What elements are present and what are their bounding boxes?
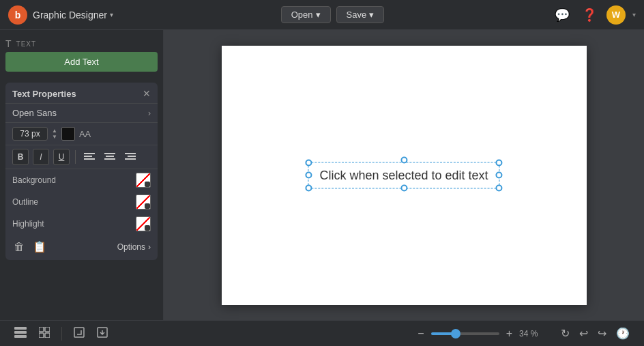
background-label: Background [12,175,56,185]
aa-icon[interactable]: AA [79,129,91,139]
background-swatch[interactable] [136,173,151,188]
outline-label: Outline [12,197,38,207]
handle-bot-center[interactable] [400,184,407,191]
avatar-chevron[interactable]: ▾ [632,11,636,18]
handle-top-center[interactable] [400,156,407,163]
bb-right-icons: ↻ ↩ ↪ 🕐 [557,325,633,342]
topbar-right: 💬 ❓ W ▾ [552,5,636,25]
svg-rect-10 [14,331,27,334]
svg-rect-13 [45,327,50,332]
outline-swatch[interactable] [136,194,151,210]
align-left-button[interactable] [81,149,98,165]
main-content: T TEXT Add Text Text Properties ✕ Open S… [0,30,644,320]
layers-icon-button[interactable] [11,325,30,343]
format-separator [75,150,76,164]
resize-icon-button[interactable] [70,325,88,343]
tp-title: Text Properties [12,89,76,99]
chat-icon-button[interactable]: 💬 [552,5,572,25]
zoom-out-button[interactable]: − [415,326,426,341]
redo-icon-button[interactable]: ↪ [594,325,610,342]
bb-separator-1 [61,327,62,341]
bottombar: − + 34 % ↻ ↩ ↪ 🕐 [0,320,644,346]
tp-format-row: B I U [5,145,158,169]
canvas-page: Click when selected to edit text [222,46,587,305]
grid-icon-button[interactable] [35,325,53,343]
handle-bot-right[interactable] [496,184,503,191]
open-chevron: ▾ [316,10,321,20]
tp-background-row: Background [5,169,158,191]
handle-mid-left[interactable] [305,172,312,179]
options-arrow: › [148,242,151,252]
highlight-swatch[interactable] [136,216,151,231]
topbar-center: Open ▾ Save ▾ [113,6,552,23]
zoom-label: 34 % [519,329,544,338]
app-title[interactable]: Graphic Designer ▾ [33,10,113,20]
options-button[interactable]: Options › [117,242,151,252]
font-size-up[interactable]: ▲ [52,128,57,134]
handle-mid-right[interactable] [496,172,503,179]
duplicate-icon-button[interactable]: 📋 [31,239,48,255]
avatar[interactable]: W [606,5,626,25]
delete-icon-button[interactable]: 🗑 [12,240,26,255]
font-size-spinners: ▲ ▼ [52,128,57,140]
handle-top-left[interactable] [305,159,312,166]
save-chevron: ▾ [369,10,374,20]
tp-outline-row: Outline [5,191,158,213]
svg-rect-16 [74,328,84,337]
font-size-input[interactable] [12,127,48,141]
handle-bot-left[interactable] [305,184,312,191]
tp-close-button[interactable]: ✕ [143,88,151,99]
save-button[interactable]: Save ▾ [336,6,385,23]
add-text-button[interactable]: Add Text [5,52,158,72]
tp-bottom-row: 🗑 📋 Options › [5,235,158,255]
align-center-button[interactable] [102,149,118,165]
tp-font-arrow[interactable]: › [148,109,151,118]
zoom-slider[interactable] [431,332,499,335]
svg-rect-14 [39,333,44,338]
italic-button[interactable]: I [33,149,49,165]
canvas-area[interactable]: Click when selected to edit text [164,30,644,320]
tp-header: Text Properties ✕ [5,83,158,104]
app-name-label: Graphic Designer [33,10,107,20]
refresh-icon-button[interactable]: ↻ [557,325,573,342]
handle-top-right[interactable] [496,159,503,166]
zoom-in-button[interactable]: + [503,326,515,341]
align-right-button[interactable] [122,149,138,165]
svg-rect-11 [14,335,27,338]
svg-rect-15 [45,333,50,338]
highlight-label: Highlight [12,219,44,229]
tp-highlight-row: Highlight [5,213,158,235]
text-properties-panel: Text Properties ✕ Open Sans › ▲ ▼ AA B [5,83,158,260]
tp-size-row: ▲ ▼ AA [5,123,158,145]
zoom-controls: − + 34 % [415,326,544,341]
undo-icon-button[interactable]: ↩ [576,325,591,342]
svg-rect-12 [39,327,44,332]
clock-icon-button[interactable]: 🕐 [613,325,633,342]
text-section-label: T TEXT [5,38,158,49]
text-icon: T [5,38,12,49]
open-button[interactable]: Open ▾ [281,6,331,23]
svg-rect-9 [14,327,27,330]
text-element[interactable]: Click when selected to edit text [308,162,499,188]
underline-button[interactable]: U [53,149,70,165]
text-element-content: Click when selected to edit text [319,168,488,182]
text-section: T TEXT Add Text [0,35,163,80]
app-logo: b [8,5,27,25]
left-panel: T TEXT Add Text Text Properties ✕ Open S… [0,30,164,320]
export-icon-button[interactable] [93,325,111,343]
tp-font-row: Open Sans › [5,104,158,123]
bold-button[interactable]: B [12,149,29,165]
help-icon-button[interactable]: ❓ [579,5,600,25]
font-color-swatch[interactable] [61,127,75,141]
font-size-down[interactable]: ▼ [52,134,57,140]
topbar: b Graphic Designer ▾ Open ▾ Save ▾ 💬 ❓ W… [0,0,644,30]
tp-font-name: Open Sans [12,108,148,118]
